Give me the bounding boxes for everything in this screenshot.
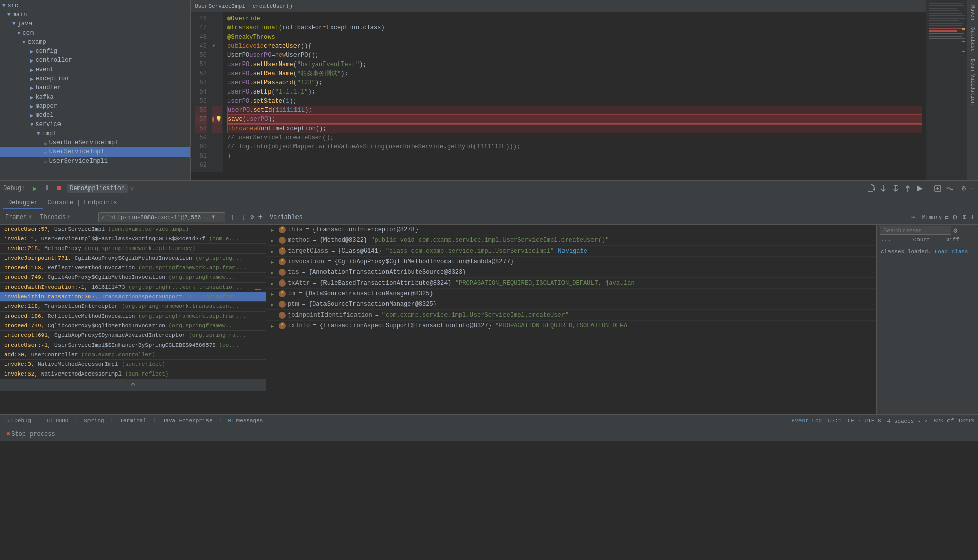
var-item-txattr[interactable]: ▶ f txAttr = {RuleBasedTransactionAttrib… (266, 278, 876, 289)
frame-item[interactable]: invoke:62, NativeMethodAccessorImpl (sun… (0, 369, 266, 379)
resume-button[interactable]: ▶ (29, 183, 40, 194)
folder-icon: ▶ (30, 85, 34, 91)
minimize-button[interactable]: − (970, 184, 975, 193)
tree-item-event[interactable]: ▶ event (0, 65, 190, 74)
scroll-indicator[interactable]: ⊙ (0, 379, 266, 391)
tree-item-src[interactable]: ▼ src (0, 1, 190, 10)
memory-gear-btn[interactable]: ⚙ (953, 213, 957, 222)
frame-item[interactable]: invoke:0, NativeMethodAccessorImpl (sun.… (0, 360, 266, 369)
stop-button[interactable]: ■ (53, 183, 65, 194)
var-item-ptm[interactable]: ▶ f ptm = {DataSourceTransactionManager@… (266, 299, 876, 310)
memory-settings-btn[interactable]: ⚙ (953, 226, 957, 235)
expand-icon[interactable]: ▶ (271, 238, 277, 244)
status-tab-messages[interactable]: 0: Messages (226, 417, 265, 425)
status-tab-java-enterprise[interactable]: Java Enterprise (160, 417, 215, 425)
bean-validation-tab[interactable]: Bean Validation (969, 56, 976, 108)
filter-btn[interactable]: ⊘ (250, 213, 254, 221)
tree-item-main[interactable]: ▼ main (0, 10, 190, 19)
frame-item[interactable]: invokeJoinpoint:771, CglibAopProxy$Cglib… (0, 254, 266, 263)
tree-item-handler[interactable]: ▶ handler (0, 83, 190, 92)
load-class-link[interactable]: Load class (935, 248, 968, 255)
var-item-method[interactable]: ▶ f method = {Method@8322} "public void … (266, 235, 876, 246)
folder-icon: ▶ (30, 112, 34, 119)
status-tab-spring[interactable]: Spring (82, 417, 106, 425)
run-to-cursor-button[interactable] (914, 183, 926, 194)
frame-item[interactable]: proceed:186, ReflectiveMethodInvocation … (0, 312, 266, 321)
frame-item[interactable]: invoke:118, TransactionInterceptor (org.… (0, 302, 266, 312)
evaluate-expression-button[interactable] (932, 183, 943, 194)
vars-expand-btn[interactable]: ⊞ (963, 213, 966, 221)
tree-item-userserviceimpl1[interactable]: ☕ UserServiceImpl1 (0, 157, 190, 166)
tree-item-model[interactable]: ▶ model (0, 111, 190, 120)
frame-item[interactable]: invoke:-1, UserServiceImpl$$FastClassByS… (0, 234, 266, 244)
close-tab-icon[interactable]: ✕ (130, 184, 134, 193)
navigate-link[interactable]: Navigate (558, 247, 587, 255)
frame-item[interactable]: createUser:57, UserServiceImpl (com.exam… (0, 225, 266, 234)
trace-current-stream-button[interactable] (944, 183, 956, 194)
var-item-this[interactable]: ▶ f this = {TransactionInterceptor@8278} (266, 225, 876, 235)
tree-item-controller[interactable]: ▶ controller (0, 56, 190, 65)
thread-selector[interactable]: ✓ "http-nio-8088-exec-1"@7,556 in group … (98, 212, 226, 222)
scroll-up-btn[interactable]: ↑ (229, 212, 235, 223)
step-into-button[interactable] (878, 183, 889, 194)
step-over-button[interactable] (866, 183, 877, 194)
frame-item[interactable]: intercept:691, CglibAopProxy$DynamicAdvi… (0, 331, 266, 340)
expand-icon[interactable]: ▶ (271, 227, 277, 233)
frame-item[interactable]: proceedWithInvocation:-1, 1616111473 (or… (0, 283, 266, 292)
frame-class: TransactionInterceptor (44, 303, 122, 309)
status-tab-todo[interactable]: 6: TODO (45, 417, 71, 425)
expand-icon[interactable]: ▶ (271, 302, 277, 308)
frames-tab-btn[interactable]: Frames ▼ (3, 213, 34, 222)
debug-app-name[interactable]: DemoApplication (67, 184, 128, 193)
stop-process-button[interactable]: ■ Stop process (4, 430, 57, 439)
expand-icon[interactable]: ▶ (271, 270, 277, 276)
tree-item-config[interactable]: ▶ config (0, 47, 190, 56)
expand-icon[interactable]: ▶ (271, 259, 277, 265)
frame-item-selected[interactable]: invokeWithinTransaction:367, Transaction… (0, 292, 266, 302)
var-item-txinfo[interactable]: ▶ f txInfo = {TransactionAspectSupport$T… (266, 321, 876, 331)
tree-item-com[interactable]: ▼ com (0, 28, 190, 38)
status-tab-terminal[interactable]: Terminal (117, 417, 149, 425)
tab-console[interactable]: Console | Endpoints (43, 197, 123, 209)
status-tab-debug[interactable]: 5: Debug (4, 417, 33, 425)
tree-item-kafka[interactable]: ▶ kafka (0, 92, 190, 102)
maven-tab[interactable]: Maven (969, 2, 976, 23)
var-item-tas[interactable]: ▶ f tas = {AnnotationTransactionAttribut… (266, 267, 876, 278)
var-item-invocation[interactable]: ▶ f invocation = {CglibAopProxy$CglibMet… (266, 257, 876, 267)
step-into-force-button[interactable] (890, 183, 901, 194)
frame-item[interactable]: invoke:218, MethodProxy (org.springframe… (0, 244, 266, 254)
frame-item[interactable]: proceed:163, ReflectiveMethodInvocation … (0, 263, 266, 273)
event-log-btn[interactable]: Event Log (792, 418, 822, 424)
expand-icon[interactable]: ▶ (271, 248, 277, 255)
frame-item[interactable]: proceed:749, CglibAopProxy$CglibMethodIn… (0, 321, 266, 331)
tree-item-java[interactable]: ▼ java (0, 19, 190, 28)
frame-item[interactable]: createUser:-1, UserServiceImpl$$Enhancer… (0, 340, 266, 350)
code-text: . (249, 78, 253, 87)
expand-icon[interactable]: ▶ (271, 291, 277, 297)
tree-item-exception[interactable]: ▶ exception (0, 74, 190, 83)
database-tab[interactable]: Database (969, 24, 976, 55)
vars-options-btn[interactable]: ⋯ (911, 213, 915, 222)
tree-item-impl[interactable]: ▼ impl (0, 129, 190, 138)
vars-close-btn[interactable]: + (971, 213, 975, 222)
var-item-targetclass[interactable]: ▶ f targetClass = {Class@6141} "class co… (266, 246, 876, 257)
tree-item-userroleserviceimpl[interactable]: ☕ UserRoleServiceImpl (0, 138, 190, 147)
expand-icon[interactable]: ▶ (271, 281, 277, 287)
pause-button[interactable]: ⏸ (41, 183, 52, 194)
tab-debugger[interactable]: Debugger (3, 197, 43, 209)
threads-tab-btn[interactable]: Threads ▼ (38, 213, 72, 222)
var-item-tm[interactable]: ▶ f tm = {DataSourceTransactionManager@8… (266, 289, 876, 299)
expand-icon[interactable]: ▶ (271, 323, 277, 329)
settings-button[interactable]: ⚙ (962, 184, 966, 193)
scroll-down-btn[interactable]: ↓ (240, 212, 246, 223)
frame-item[interactable]: proceed:749, CglibAopProxy$CglibMethodIn… (0, 273, 266, 283)
frame-item[interactable]: add:30, UserController (com.examp.contro… (0, 350, 266, 360)
tree-item-mapper[interactable]: ▶ mapper (0, 102, 190, 111)
step-out-button[interactable] (902, 183, 913, 194)
tree-item-examp[interactable]: ▼ examp (0, 38, 190, 47)
var-item-joinpoint[interactable]: f joinpointIdentification = "com.examp.s… (266, 310, 876, 321)
memory-search-input[interactable] (880, 226, 951, 235)
tree-item-userserviceimpl[interactable]: ☕ UserServiceImpl (0, 147, 190, 157)
add-btn[interactable]: + (258, 213, 263, 222)
tree-item-service[interactable]: ▼ service (0, 120, 190, 129)
